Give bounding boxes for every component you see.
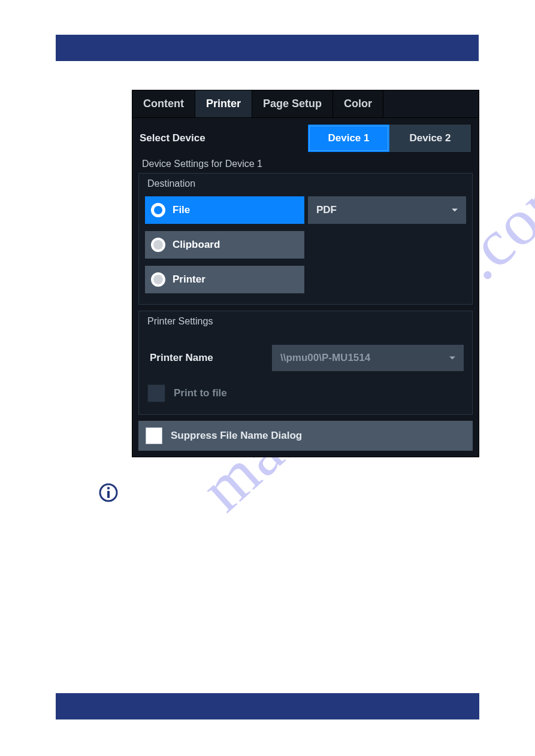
tab-content[interactable]: Content (132, 90, 195, 117)
device-1-button[interactable]: Device 1 (308, 125, 389, 152)
suppress-label: Suppress File Name Dialog (171, 430, 302, 442)
file-format-value: PDF (316, 204, 337, 216)
select-device-row: Select Device Device 1 Device 2 (132, 118, 479, 156)
destination-file-label: File (173, 204, 190, 216)
destination-printer[interactable]: Printer (145, 266, 304, 293)
printer-settings-group: Printer Settings Printer Name \\pmu00\P-… (138, 311, 473, 415)
destination-group: Destination File PDF Clipboard (138, 173, 473, 305)
printer-name-select[interactable]: \\pmu00\P-MU1514 (272, 345, 464, 371)
printer-settings-title: Printer Settings (139, 311, 472, 330)
footer-band (56, 693, 479, 719)
suppress-checkbox[interactable] (146, 427, 162, 444)
destination-title: Destination (139, 174, 472, 193)
select-device-label: Select Device (140, 132, 307, 144)
destination-file[interactable]: File (145, 196, 304, 224)
printer-name-value: \\pmu00\P-MU1514 (280, 352, 370, 364)
destination-printer-label: Printer (173, 274, 205, 286)
destination-clipboard[interactable]: Clipboard (145, 231, 304, 259)
header-band (56, 35, 479, 61)
radio-icon (151, 203, 165, 217)
radio-icon (151, 238, 165, 252)
tab-page-setup[interactable]: Page Setup (252, 90, 333, 117)
info-block (98, 482, 479, 503)
svg-rect-2 (107, 491, 110, 498)
info-icon (98, 482, 119, 503)
printer-panel: Content Printer Page Setup Color Select … (132, 90, 479, 457)
tab-printer[interactable]: Printer (195, 90, 252, 117)
device-toggle-group: Device 1 Device 2 (307, 124, 471, 153)
destination-clipboard-label: Clipboard (173, 239, 220, 251)
suppress-row: Suppress File Name Dialog (138, 421, 473, 451)
device-2-button[interactable]: Device 2 (389, 125, 471, 152)
svg-rect-1 (107, 487, 110, 490)
print-to-file-label: Print to file (174, 387, 227, 399)
radio-icon (151, 272, 165, 287)
device-settings-title: Device Settings for Device 1 (132, 156, 479, 173)
file-format-select[interactable]: PDF (308, 196, 466, 224)
tabs-row: Content Printer Page Setup Color (132, 90, 479, 118)
printer-name-label: Printer Name (147, 352, 267, 364)
tab-color[interactable]: Color (333, 90, 383, 117)
print-to-file-checkbox[interactable] (147, 384, 165, 402)
